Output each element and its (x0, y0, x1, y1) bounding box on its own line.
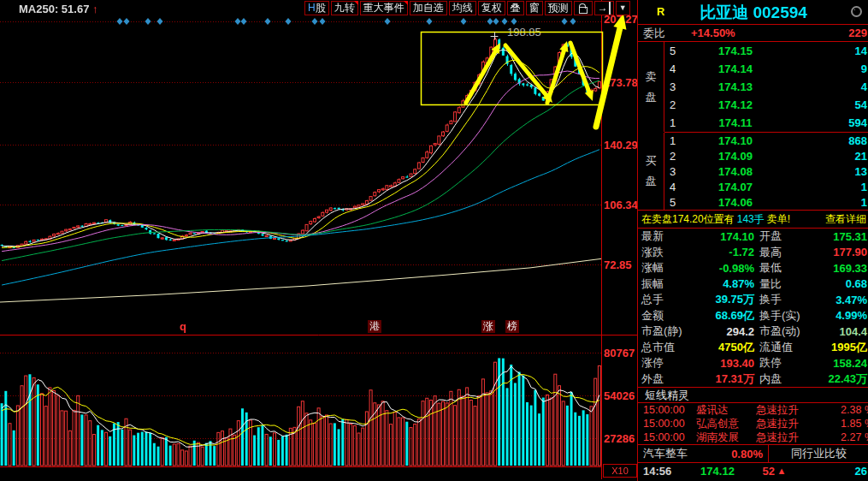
price: 174.11 (688, 116, 782, 129)
alert-suffix: 卖单! (767, 212, 790, 227)
price: 174.07 (688, 181, 782, 193)
level: 5 (664, 45, 688, 57)
sector-info[interactable]: 汽车整车 0.80% (638, 445, 769, 462)
stat-label: 换手(实) (754, 308, 814, 324)
event: 急速拉升 (756, 403, 823, 418)
level: 4 (664, 181, 688, 193)
toolbar-forecast-button[interactable]: 预测 (545, 1, 572, 15)
qty: 1 (782, 196, 868, 209)
toolbar-major-events-button[interactable]: 重大事件 (360, 1, 408, 15)
time: 15:00:00 (638, 431, 696, 443)
price: 174.08 (688, 165, 782, 178)
industry-compare-link[interactable]: 同行业比较 (769, 446, 868, 461)
level: 3 (664, 80, 688, 93)
price: 174.06 (688, 196, 782, 209)
alert-text: 在卖盘174.20位置有 (641, 212, 735, 227)
ma250-value-label: MA250: 51.67 ↑ (19, 3, 98, 15)
level: 5 (664, 196, 688, 209)
level: 2 (664, 98, 688, 111)
sell-side-label: 卖 盘 (638, 42, 664, 132)
stat-row: 总市值4750亿流通值1995亿 (638, 340, 868, 356)
stock-name: 湖南发展 (696, 431, 756, 445)
stat-value: 177.90 (814, 246, 868, 258)
sell-row-4[interactable]: 4174.149 (664, 60, 868, 78)
pct: 2.38 % (823, 404, 868, 416)
tick-price: 174.12 (684, 465, 751, 478)
pct: 1.85 % (823, 418, 868, 430)
stat-value: 68.69亿 (693, 308, 754, 324)
stat-value: 174.10 (693, 230, 754, 243)
tab-bang[interactable]: 榜 (505, 320, 519, 333)
buy-row-4[interactable]: 4174.071 (664, 179, 868, 194)
event: 急速拉升 (756, 417, 823, 431)
stat-label: 金额 (638, 308, 693, 324)
weicha-value: 229 (848, 27, 868, 39)
toolbar-hk-button[interactable]: H股 (304, 1, 329, 15)
chevron-down-icon[interactable]: ▼ (616, 1, 630, 15)
buy-row-1[interactable]: 1174.10868 (664, 133, 868, 148)
stat-label: 最低 (754, 260, 814, 276)
level: 2 (664, 150, 688, 163)
qty: 1 (782, 181, 868, 193)
stat-row: 金额68.69亿换手(实)4.99% (638, 308, 868, 324)
wizard-row[interactable]: 15:00:00弘高创意急速拉升1.85 % (638, 417, 868, 431)
level: 3 (664, 165, 688, 178)
tab-q[interactable]: q (180, 320, 186, 333)
buy-row-2[interactable]: 2174.0921 (664, 148, 868, 163)
sell-row-2[interactable]: 2174.1254 (664, 96, 868, 114)
toolbar-jiuzhuan-button[interactable]: 九转 (331, 1, 358, 15)
view-detail-link[interactable]: 查看详细 (825, 212, 868, 227)
arrow-to-bar-icon[interactable]: → (594, 1, 614, 15)
quote-panel-header: R 比亚迪 002594 (638, 0, 868, 24)
sell-char: 卖 (646, 69, 657, 85)
stat-value: 169.33 (814, 262, 868, 275)
price: 174.12 (688, 98, 782, 111)
qty: 54 (782, 98, 868, 111)
price: 174.15 (688, 45, 782, 57)
stat-label: 流通值 (754, 340, 814, 355)
stat-value: 4.99% (814, 309, 868, 322)
tab-zhang[interactable]: 涨 (481, 320, 495, 333)
price: 174.10 (688, 134, 782, 147)
volume-tick-label: 54026 (604, 389, 638, 402)
level: 1 (664, 134, 688, 147)
kline-chart-canvas[interactable] (0, 0, 637, 481)
quote-panel: R 比亚迪 002594 委比 +14.50% 229 卖 盘 5174.151… (637, 0, 868, 481)
tab-hk[interactable]: 港 (368, 320, 381, 333)
pan-char: 盘 (646, 90, 657, 105)
stat-value: 4750亿 (693, 340, 754, 355)
stat-label: 涨跌 (638, 245, 693, 260)
order-alert-row: 在卖盘174.20位置有 143手 卖单! 查看详细 (638, 210, 868, 228)
level: 4 (664, 62, 688, 75)
stat-label: 总市值 (638, 340, 693, 355)
qty: 9 (782, 62, 868, 75)
wizard-row[interactable]: 15:00:00盛讯达急速拉升2.38 % (638, 403, 868, 417)
stat-label: 量比 (754, 276, 814, 292)
stock-title[interactable]: 比亚迪 002594 (638, 2, 868, 24)
sell-row-5[interactable]: 5174.1514 (664, 42, 868, 60)
sell-row-3[interactable]: 3174.134 (664, 78, 868, 96)
toolbar-ma-button[interactable]: 均线 (449, 1, 476, 15)
toolbar-window-button[interactable]: 窗 (526, 1, 543, 15)
stat-value: 17.31万 (693, 371, 754, 387)
buy-row-3[interactable]: 3174.0813 (664, 163, 868, 179)
wizard-row[interactable]: 15:00:00湖南发展急速拉升2.27 % (638, 431, 868, 444)
peak-price-annotation: 198.85 (507, 26, 541, 39)
pan-char: 盘 (646, 174, 657, 189)
stat-value: 0.68 (814, 277, 868, 290)
price: 174.09 (688, 150, 782, 163)
sell-row-1[interactable]: 1174.11594 (664, 114, 868, 132)
tick-qty: 26 (788, 465, 868, 478)
unlock-icon[interactable] (574, 1, 593, 15)
stat-value: 39.75万 (693, 292, 754, 307)
toolbar-adjust-button[interactable]: 复权 (478, 1, 505, 15)
toolbar-overlay-button[interactable]: 叠 (507, 1, 524, 15)
gear-icon[interactable] (851, 6, 862, 17)
tick-time: 14:56 (638, 465, 684, 478)
buy-row-5[interactable]: 5174.061 (664, 194, 868, 210)
buy-char: 买 (646, 153, 657, 169)
toolbar-add-watchlist-button[interactable]: 加自选 (410, 1, 447, 15)
qty: 14 (782, 45, 868, 57)
stock-name: 盛讯达 (696, 403, 756, 418)
tick-arrow-icon: ▲ (775, 466, 788, 476)
